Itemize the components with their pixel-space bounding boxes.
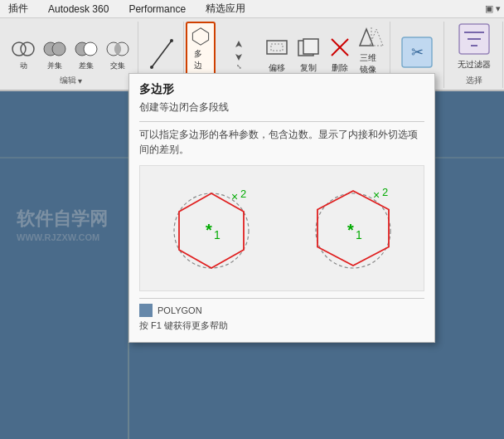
ribbon-btn-move-circles-label: 动: [20, 61, 27, 71]
svg-point-1: [21, 42, 34, 56]
svg-marker-12: [235, 41, 242, 61]
svg-text:⤡: ⤡: [236, 63, 242, 71]
svg-rect-18: [303, 39, 318, 54]
menubar: 插件 Autodesk 360 Performance 精选应用 ▣ ▾: [0, 0, 504, 18]
watermark-line2: WWW.RJZXW.COM: [17, 232, 108, 243]
tooltip-subtitle: 创建等边闭合多段线: [139, 100, 424, 115]
menubar-item-autodesk360[interactable]: Autodesk 360: [43, 2, 114, 17]
menubar-item-featured[interactable]: 精选应用: [201, 0, 250, 17]
polygon-diagram-left: * 1 × 2: [158, 174, 265, 282]
select-group-label: 选择: [466, 75, 482, 86]
ribbon-btn-nofilter-label: 无过滤器: [458, 59, 491, 71]
ribbon-btn-delete-label: 删除: [332, 62, 348, 74]
svg-text:2: 2: [240, 188, 246, 200]
ribbon-btn-merge-label: 并集: [47, 61, 62, 71]
menubar-item-performance[interactable]: Performance: [124, 2, 191, 17]
svg-text:×: ×: [373, 188, 380, 202]
svg-line-8: [152, 41, 172, 67]
svg-point-5: [84, 42, 97, 56]
ribbon-group-edit: 动 并集 差集: [3, 22, 138, 88]
polygon-command-icon: [139, 304, 153, 317]
ribbon-btn-offset[interactable]: 偏移: [262, 32, 292, 76]
svg-rect-16: [271, 44, 283, 51]
svg-text:*: *: [347, 221, 354, 239]
svg-text:1: 1: [214, 228, 220, 241]
tooltip-title: 多边形: [139, 82, 424, 97]
svg-text:2: 2: [382, 186, 388, 198]
ribbon-btn-offset-label: 偏移: [269, 62, 285, 74]
ribbon-btn-copy[interactable]: 复制: [293, 32, 323, 76]
ribbon-btn-delete[interactable]: 删除: [325, 32, 355, 76]
svg-text:*: *: [206, 221, 212, 239]
svg-text:×: ×: [231, 190, 238, 203]
ribbon-btn-intersect[interactable]: 交集: [103, 36, 133, 73]
tooltip-footer-divider: [139, 298, 424, 299]
ribbon-btn-mirror3d-label: 三维镜像: [360, 52, 383, 76]
ribbon-btn-move-circles[interactable]: 动: [8, 36, 38, 73]
ribbon-btn-mirror3d[interactable]: 三维镜像: [356, 22, 386, 78]
svg-point-0: [12, 42, 26, 56]
tooltip-desc: 可以指定多边形的各种参数，包含边数。显示了内接和外切选项间的差别。: [139, 127, 424, 157]
window-controls: ▣ ▾: [485, 3, 501, 14]
tooltip-divider: [139, 121, 424, 122]
svg-marker-11: [192, 28, 208, 45]
watermark: 软件自学网 WWW.RJZXW.COM: [17, 207, 108, 243]
ribbon-btn-nofilter[interactable]: 无过滤器: [451, 18, 497, 73]
ribbon-btn-copy-label: 复制: [300, 62, 317, 74]
tooltip-footer: POLYGON: [139, 304, 424, 317]
svg-point-10: [170, 39, 173, 42]
svg-text:1: 1: [356, 228, 362, 241]
ribbon-btn-diff[interactable]: 差集: [71, 36, 101, 73]
tooltip-image-area: * 1 × 2 * 1 × 2: [139, 165, 424, 291]
menubar-item-plugin[interactable]: 插件: [3, 0, 33, 17]
ribbon-btn-intersect-label: 交集: [110, 61, 125, 71]
svg-point-3: [52, 42, 65, 56]
ribbon-btn-merge[interactable]: 并集: [40, 36, 70, 73]
tooltip-popup: 多边形 创建等边闭合多段线 可以指定多边形的各种参数，包含边数。显示了内接和外切…: [128, 73, 435, 343]
edit-group-arrow[interactable]: ▾: [78, 76, 82, 85]
svg-text:✂: ✂: [411, 44, 424, 61]
ribbon-btn-diff-label: 差集: [79, 61, 94, 71]
edit-group-label: 编辑: [60, 75, 76, 86]
svg-point-9: [150, 66, 153, 69]
watermark-line1: 软件自学网: [17, 207, 108, 232]
ribbon-group-nofilter: 无过滤器 选择: [446, 22, 503, 88]
tooltip-help-text: 按 F1 键获得更多帮助: [139, 319, 424, 332]
tooltip-command-label: POLYGON: [158, 305, 202, 315]
svg-rect-15: [267, 41, 287, 54]
polygon-diagram-right: * 1 × 2: [299, 174, 407, 282]
